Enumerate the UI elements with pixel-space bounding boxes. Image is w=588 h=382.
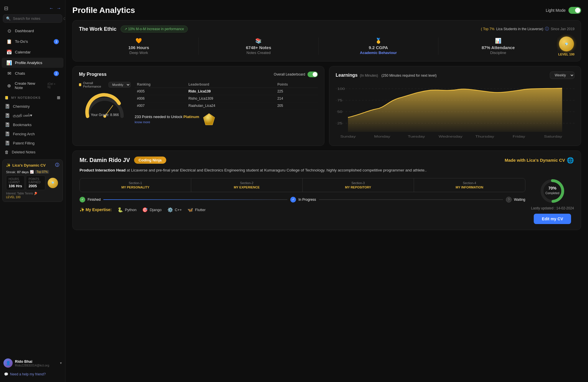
user-profile[interactable]: 👤 Rido Bhai Rido22BEE014@kct.org ▾ <box>0 356 65 370</box>
notebook-fencing-arch[interactable]: 📓 Fencing Arch <box>0 129 65 138</box>
sidebar-item-create-note[interactable]: ⊕ Create New Note (Ctrl + N) <box>2 79 63 92</box>
cv-progress-bar: ✓ Finished ✓ In Progress ? Waiting <box>80 197 525 202</box>
sidebar-item-chats[interactable]: ✉ Chats 2 <box>2 68 63 78</box>
light-mode-switch[interactable] <box>568 7 581 14</box>
nav-forward-icon[interactable]: → <box>57 6 61 11</box>
cv-section-tab-4[interactable]: Section-4 MY INFORMATION <box>414 178 525 192</box>
search-icon: 🔍 <box>6 16 11 21</box>
sidebar-item-label: Calendar <box>15 50 31 54</box>
search-input[interactable] <box>13 16 61 21</box>
notebook-tamil[interactable]: 📓 குருதி மண்♥ <box>0 111 65 120</box>
notebook-icon: 📓 <box>5 140 10 146</box>
step-label: In Progress <box>298 198 316 202</box>
unlock-text: 233 Points needed to Unlock Platinum <box>135 114 199 119</box>
nav-back-icon[interactable]: ← <box>49 6 54 11</box>
python-icon: 🐍 <box>117 207 123 213</box>
made-with-text: Made with Lica's Dynamic CV <box>505 158 565 163</box>
expertise-title: ✨ My Expertise: <box>80 207 112 212</box>
made-with: Made with Lica's Dynamic CV 🌐 <box>505 157 574 164</box>
cpp-icon: ⚙️ <box>167 207 173 213</box>
table-row: #005 Rido_Lica139 225 <box>135 88 318 95</box>
learnings-header: Learnings (In Minutes) (250 Minutes requ… <box>336 72 575 79</box>
points-cell: 205 <box>275 102 318 109</box>
table-row: #006 Risho_Lica1309 214 <box>135 95 318 102</box>
dynamic-cv-widget: ✨ Lica's Dynamic CV ⓘ Streak: 07 days 📈 … <box>2 159 63 202</box>
hours-stat: HOURS LEARNT 106 Hrs <box>6 175 25 190</box>
notebook-chemistry[interactable]: 📓 Chemistry <box>0 102 65 111</box>
info-icon[interactable]: ⓘ <box>55 163 59 168</box>
svg-text:Completed: Completed <box>546 192 559 195</box>
cv-section-tab-1[interactable]: Section-1 MY PERSONALITY <box>80 178 191 192</box>
metric-label: Discipline <box>441 51 555 55</box>
work-ethic-card: The Work Ethic ↗ 10% M-o-M Increase in p… <box>72 20 581 61</box>
svg-text:Friday: Friday <box>512 135 525 138</box>
help-button[interactable]: 💬 Need a help my friend? <box>0 370 65 379</box>
notebooks-edit-icon[interactable]: ⊞ <box>57 95 61 100</box>
period-select[interactable]: Weekly <box>550 72 575 79</box>
sidebar-item-label: Profile Analytics <box>15 61 42 65</box>
cv-main-row: Section-1 MY PERSONALITY Section-2 MY EX… <box>80 178 574 224</box>
leaderboard-toggle-switch[interactable] <box>307 72 318 77</box>
metric-value: 6748+ Notes <box>202 45 315 50</box>
edit-cv-button[interactable]: Edit my CV <box>534 214 571 224</box>
top-info-icon: ⓘ <box>545 26 549 32</box>
learnings-title: Learnings <box>336 73 357 78</box>
section-num: Section-1 <box>84 181 187 185</box>
cv-section: Mr. Damin Rido JV Coding Ninja Made with… <box>72 151 581 230</box>
svg-text:70%: 70% <box>548 186 557 190</box>
cv-section-tab-3[interactable]: Section-3 MY REPOSITORY <box>303 178 414 192</box>
notebook-deleted-notes[interactable]: 🗑 Deleted Notes <box>0 148 65 157</box>
sidebar-item-todos[interactable]: 📋 To-Do's 3 <box>2 36 63 47</box>
platinum-label: Platinum <box>183 115 199 119</box>
user-menu-icon[interactable]: ▾ <box>60 361 62 365</box>
notebook-icon: 📓 <box>5 113 10 118</box>
work-ethic-title: The Work Ethic <box>79 26 117 32</box>
cv-sections-row: Section-1 MY PERSONALITY Section-2 MY EX… <box>80 178 525 192</box>
notebooks-label: MY NOTEBOOKS <box>11 96 40 99</box>
metric-icon: 📊 <box>441 38 555 44</box>
analytics-icon: 📊 <box>6 60 12 65</box>
step-in-progress: ✓ In Progress <box>290 197 316 202</box>
sidebar-item-calendar[interactable]: 📅 Calendar <box>2 47 63 57</box>
cv-right: 70% Completed Lastly updated : 14-02-202… <box>531 178 574 224</box>
notebook-icon: 🗑 <box>5 150 9 155</box>
notebook-bookmarks[interactable]: 📓 Bookmarks <box>0 120 65 129</box>
col-leaderboard: Leaderboard <box>186 81 275 88</box>
leaderboard-label: Overall Leaderboard <box>274 72 305 76</box>
gauge-grade: Your Grade: 8.966 <box>91 113 119 117</box>
step-circle-icon: ? <box>506 197 512 202</box>
notebook-icon: 📓 <box>5 104 10 109</box>
sidebar-item-profile-analytics[interactable]: 📊 Profile Analytics <box>2 58 63 68</box>
sidebar-collapse-icon[interactable]: ⊟ <box>4 5 8 11</box>
section-num: Section-4 <box>418 181 521 185</box>
search-bar[interactable]: 🔍 Ctrl+D <box>3 14 62 23</box>
leaderboard-toggle: Overall Leaderboard <box>274 72 318 77</box>
hours-label: HOURS LEARNT <box>9 178 22 184</box>
gauge-period-select[interactable]: Monthly <box>109 82 131 88</box>
star-icon: ✨ <box>6 163 11 167</box>
points-label: POINTS EARNED <box>28 178 43 184</box>
notebook-patent-filling[interactable]: 📓 Patent Filling <box>0 138 65 148</box>
points-stat: POINTS EARNED 2005 <box>26 175 45 190</box>
globe-icon: 🌐 <box>567 157 574 164</box>
sidebar-item-label: Chats <box>15 71 25 76</box>
know-more-link[interactable]: know more <box>135 120 150 124</box>
gauge-label: Overall Performance Monthly <box>79 81 131 88</box>
cv-name-row: Mr. Damin Rido JV Coding Ninja <box>80 157 166 164</box>
chats-icon: ✉ <box>6 71 12 76</box>
search-shortcut: Ctrl+D <box>63 17 65 20</box>
progress-content: Overall Performance Monthly <box>79 81 318 126</box>
sidebar-top: ⊟ ← → <box>0 3 65 14</box>
metric-label-link[interactable]: Academic Behaviour <box>322 51 435 55</box>
tech-label: Python <box>125 208 136 212</box>
sidebar-nav-arrows: ← → <box>49 6 61 11</box>
tech-label: Django <box>150 208 161 212</box>
sidebar-item-dashboard[interactable]: ⊙ Dashboard <box>2 26 63 36</box>
unlock-section: 233 Points needed to Unlock Platinum kno… <box>135 112 318 126</box>
svg-text:25: 25 <box>337 121 343 125</box>
notebook-label: Fencing Arch <box>13 132 35 136</box>
streak-label: Streak: <box>6 170 16 174</box>
cv-section-tab-2[interactable]: Section-2 MY EXPERIENCE <box>191 178 303 192</box>
since-text: Since Jan 2019 <box>551 27 575 31</box>
level-text-sm: LEVEL 100 <box>6 196 59 199</box>
